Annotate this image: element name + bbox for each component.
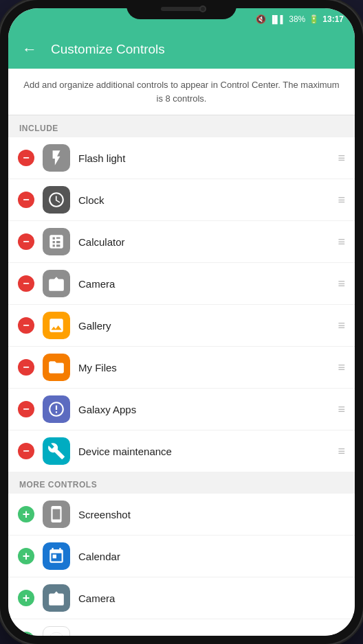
drag-handle[interactable]: ≡	[338, 235, 345, 249]
remove-galaxyapps-button[interactable]: −	[18, 401, 34, 417]
gallery-icon	[43, 312, 70, 339]
chrome-icon	[43, 626, 70, 636]
status-icons: 🔇 ▐▌▌ 38% 🔋 13:17	[256, 14, 344, 24]
battery-level: 38%	[289, 14, 305, 24]
include-list: − Flash light ≡ − Clock ≡	[8, 137, 355, 472]
remove-flashlight-button[interactable]: −	[18, 150, 34, 166]
galaxyapps-icon	[43, 395, 70, 423]
myfiles-label: My Files	[78, 362, 329, 373]
header: ← Customize Controls	[8, 30, 355, 69]
remove-maintenance-button[interactable]: −	[18, 443, 34, 459]
remove-camera-button[interactable]: −	[18, 275, 34, 292]
list-item: − My Files ≡	[8, 347, 355, 389]
svg-point-0	[49, 632, 64, 636]
list-item: + Camera	[8, 577, 355, 619]
speaker	[161, 7, 202, 11]
flashlight-icon	[43, 144, 70, 172]
include-section-label: INCLUDE	[8, 115, 355, 137]
time-display: 13:17	[322, 14, 344, 24]
drag-handle[interactable]: ≡	[338, 360, 345, 375]
list-item: + Screenshot	[8, 494, 355, 536]
list-item: − Galaxy Apps ≡	[8, 389, 355, 430]
drag-handle[interactable]: ≡	[338, 151, 345, 165]
list-item: − Calculator ≡	[8, 221, 355, 263]
description-text: Add and organize additional controls to …	[8, 69, 355, 115]
more-list: + Screenshot + Calendar +	[8, 494, 355, 636]
main-content: Add and organize additional controls to …	[8, 69, 355, 636]
calendar-icon	[43, 542, 70, 570]
camera-notch	[199, 5, 206, 12]
clock-label: Clock	[78, 194, 329, 206]
camera2-label: Camera	[78, 593, 345, 604]
list-item: + Chrome	[8, 619, 355, 636]
list-item: − Flash light ≡	[8, 137, 355, 179]
page-title: Customize Controls	[51, 42, 165, 57]
maintenance-icon	[43, 437, 70, 465]
gallery-label: Gallery	[78, 320, 329, 332]
remove-calculator-button[interactable]: −	[18, 233, 34, 250]
drag-handle[interactable]: ≡	[338, 277, 345, 291]
add-camera-button[interactable]: +	[18, 590, 34, 606]
drag-handle[interactable]: ≡	[338, 444, 345, 459]
list-item: − Gallery ≡	[8, 305, 355, 347]
remove-gallery-button[interactable]: −	[18, 317, 34, 334]
back-button[interactable]: ←	[19, 38, 40, 61]
notch	[126, 0, 236, 19]
calendar-label: Calendar	[78, 551, 345, 562]
myfiles-icon	[43, 354, 70, 381]
phone-screen: 🔇 ▐▌▌ 38% 🔋 13:17 ← Customize Controls A…	[8, 8, 355, 636]
screenshot-label: Screenshot	[78, 509, 345, 520]
maintenance-label: Device maintenance	[78, 446, 329, 457]
galaxyapps-label: Galaxy Apps	[78, 404, 329, 415]
drag-handle[interactable]: ≡	[338, 193, 345, 207]
list-item: − Device maintenance ≡	[8, 430, 355, 472]
calculator-label: Calculator	[78, 236, 329, 248]
drag-handle[interactable]: ≡	[338, 402, 345, 417]
remove-myfiles-button[interactable]: −	[18, 359, 34, 376]
more-section-label: MORE CONTROLS	[8, 472, 355, 494]
calculator-icon	[43, 228, 70, 255]
mute-icon: 🔇	[256, 14, 266, 24]
camera2-icon	[43, 584, 70, 612]
add-calendar-button[interactable]: +	[18, 548, 34, 564]
list-item: − Camera ≡	[8, 263, 355, 305]
camera-label: Camera	[78, 278, 329, 290]
screenshot-icon	[43, 501, 70, 528]
clock-icon	[43, 186, 70, 214]
flashlight-label: Flash light	[78, 152, 329, 164]
list-item: − Clock ≡	[8, 179, 355, 221]
phone-shell: 🔇 ▐▌▌ 38% 🔋 13:17 ← Customize Controls A…	[0, 0, 363, 644]
remove-clock-button[interactable]: −	[18, 192, 34, 208]
list-item: + Calendar	[8, 536, 355, 577]
add-chrome-button[interactable]: +	[18, 632, 34, 636]
add-screenshot-button[interactable]: +	[18, 506, 34, 522]
camera-icon	[43, 270, 70, 297]
signal-icon: ▐▌▌	[270, 15, 285, 23]
drag-handle[interactable]: ≡	[338, 319, 345, 333]
chrome-label: Chrome	[78, 634, 345, 636]
battery-icon: 🔋	[309, 14, 319, 24]
